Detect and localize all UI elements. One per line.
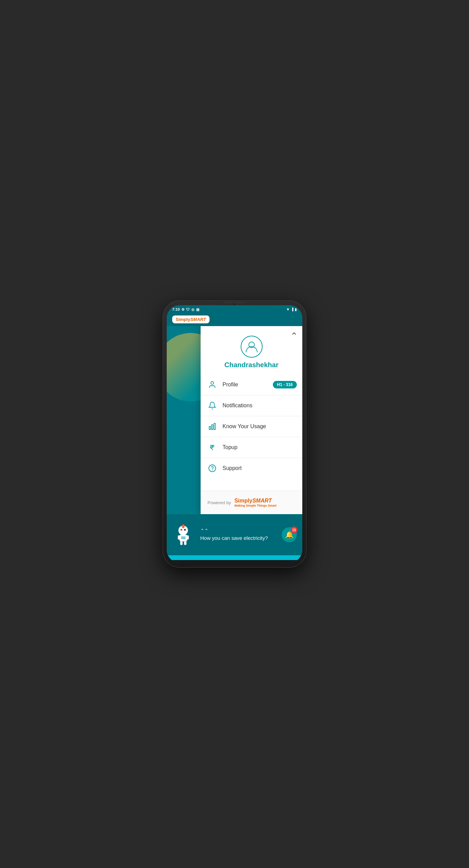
bottom-message: ⌃⌃ How you can save electricity? <box>200 528 278 542</box>
robot-mascot <box>172 523 196 547</box>
chevron-up-icon: ⌃⌃ <box>200 528 278 533</box>
bottom-teal-bar <box>167 555 302 560</box>
avatar <box>241 336 263 358</box>
topup-label: Topup <box>223 444 238 450</box>
svg-point-19 <box>182 525 184 528</box>
svg-rect-15 <box>187 535 189 540</box>
phone-frame: 7:10 ⚙ 🛡 ◎ ▤ ▼ ▐ ▮ SimplySMART <box>163 300 306 568</box>
status-time: 7:10 <box>172 307 180 311</box>
wifi-icon: ▼ <box>286 307 290 311</box>
profile-icon <box>207 380 217 389</box>
svg-rect-3 <box>212 425 213 430</box>
status-bar: 7:10 ⚙ 🛡 ◎ ▤ ▼ ▐ ▮ <box>167 305 302 313</box>
menu-item-topup[interactable]: Topup <box>201 437 302 458</box>
svg-rect-4 <box>214 423 215 430</box>
nav-bar: ◄ ● ■ <box>167 560 302 563</box>
know-your-usage-label: Know Your Usage <box>223 423 266 430</box>
profile-badge: H1 - 316 <box>273 381 297 388</box>
support-label: Support <box>223 465 242 471</box>
battery-icon: ▮ <box>295 308 297 311</box>
settings-icon: ⚙ <box>181 308 185 311</box>
signal-icon: ▐ <box>291 308 293 311</box>
menu-item-know-your-usage[interactable]: Know Your Usage <box>201 416 302 437</box>
svg-point-8 <box>209 465 216 472</box>
svg-rect-16 <box>180 541 182 545</box>
drawer-user-section: Chandrashekhar <box>201 326 302 374</box>
main-content: Chandrashekhar Profile <box>167 326 302 514</box>
wifi-alt-icon: ◎ <box>191 308 194 311</box>
menu-item-support[interactable]: Support <box>201 458 302 479</box>
svg-rect-17 <box>184 541 187 545</box>
side-drawer: Chandrashekhar Profile <box>201 326 302 514</box>
footer-logo: SimplySMART Making Simple Things Smart <box>234 498 277 507</box>
user-name: Chandrashekhar <box>225 361 279 369</box>
camera <box>233 303 236 305</box>
rupee-icon <box>207 443 217 452</box>
doc-icon: ▤ <box>196 308 199 311</box>
help-circle-icon <box>207 463 217 473</box>
logo-text: SimplySMART <box>176 317 206 322</box>
phone-screen: 7:10 ⚙ 🛡 ◎ ▤ ▼ ▐ ▮ SimplySMART <box>167 305 302 563</box>
profile-label: Profile <box>223 382 238 388</box>
notification-bell-button[interactable]: 🔔 15 <box>282 527 297 542</box>
svg-rect-14 <box>178 535 180 540</box>
bar-chart-icon <box>207 422 217 431</box>
app-screen: SimplySMART <box>167 313 302 560</box>
drawer-footer: Powered by SimplySMART Making Simple Thi… <box>201 491 302 514</box>
drawer-menu: Profile H1 - 316 Notifications <box>201 374 302 491</box>
svg-point-11 <box>180 529 182 531</box>
powered-by-label: Powered by <box>207 500 231 505</box>
svg-point-1 <box>211 382 214 384</box>
svg-rect-2 <box>209 426 211 430</box>
svg-point-12 <box>184 529 186 531</box>
notification-count-badge: 15 <box>291 526 297 533</box>
bottom-section: ⌃⌃ How you can save electricity? 🔔 15 <box>167 514 302 555</box>
drawer-close-button[interactable] <box>291 330 297 339</box>
status-left: 7:10 ⚙ 🛡 ◎ ▤ <box>172 307 199 311</box>
app-header: SimplySMART <box>167 313 302 326</box>
svg-rect-20 <box>181 536 186 540</box>
status-right: ▼ ▐ ▮ <box>286 307 297 311</box>
shield-icon: 🛡 <box>186 308 190 311</box>
notifications-label: Notifications <box>223 402 252 409</box>
bottom-message-text: How you can save electricity? <box>200 535 278 542</box>
menu-item-notifications[interactable]: Notifications <box>201 395 302 416</box>
menu-item-profile[interactable]: Profile H1 - 316 <box>201 374 302 395</box>
notifications-icon <box>207 401 217 410</box>
app-logo: SimplySMART <box>172 315 210 323</box>
